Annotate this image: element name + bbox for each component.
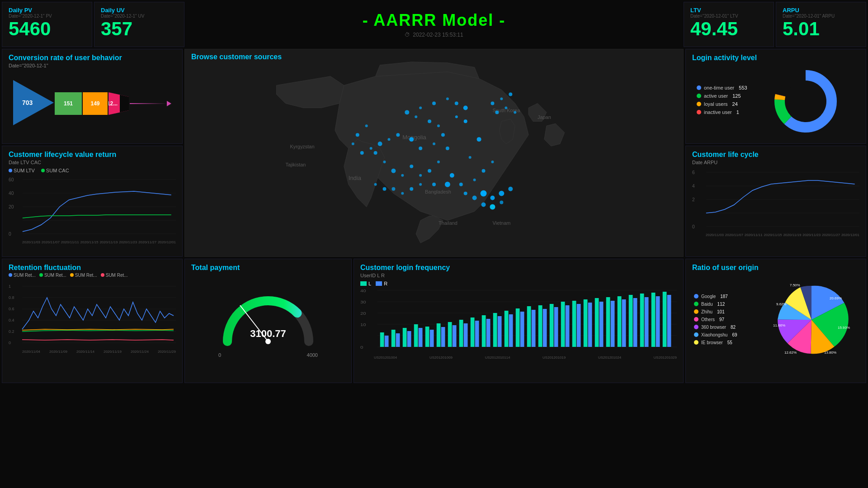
svg-point-33 <box>432 183 436 186</box>
lifecycle-x-labels: 2020/11/03 2020/11/07 2020/11/11 2020/11… <box>22 240 176 244</box>
svg-point-40 <box>387 138 390 141</box>
arpu-value: 5.01 <box>783 19 859 39</box>
zhihu-legend: Zhihu 101 <box>694 309 766 314</box>
svg-rect-160 <box>595 298 599 347</box>
svg-point-47 <box>428 119 431 123</box>
svg-point-28 <box>459 183 463 186</box>
main-title: - AARRR Model - <box>363 11 506 30</box>
svg-rect-168 <box>640 294 644 347</box>
donut-chart <box>756 67 855 135</box>
svg-point-72 <box>410 187 413 191</box>
lifecycle-title: Customer lifecycle value return <box>9 151 176 159</box>
svg-rect-152 <box>550 304 554 347</box>
bar-chart-x-labels: US201201004 US201201009 US2012010114 US2… <box>374 355 677 360</box>
svg-text:Mongolia: Mongolia <box>402 134 426 141</box>
lifecycle-chart-svg: 6 4 2 0 <box>692 168 859 231</box>
svg-rect-145 <box>509 314 513 347</box>
ret-legend-4: SUM Ret... <box>101 273 128 278</box>
datetime: ⏱ 2022-02-23 15:53:11 <box>405 32 463 38</box>
login-legend: one-time user 553 active user 125 loyal … <box>697 85 747 118</box>
svg-text:Tajikistan: Tajikistan <box>285 162 306 167</box>
svg-point-56 <box>490 196 495 200</box>
svg-text:10: 10 <box>360 322 366 327</box>
svg-rect-133 <box>441 327 445 347</box>
map-card: Browse customer sources Mongolia <box>184 49 684 257</box>
svg-rect-163 <box>611 301 615 347</box>
svg-text:0: 0 <box>692 224 695 229</box>
lifecycle-svg: 60 40 20 0 <box>9 175 176 238</box>
svg-point-80 <box>495 110 499 114</box>
customer-lifecycle-title: Customer life cycle <box>692 151 859 159</box>
svg-point-22 <box>477 137 481 142</box>
svg-point-54 <box>463 105 468 110</box>
svg-text:Vietnam: Vietnam <box>492 220 510 226</box>
svg-rect-143 <box>498 316 502 347</box>
svg-text:13.80%: 13.80% <box>824 351 836 355</box>
svg-rect-128 <box>414 324 418 347</box>
bar-chart-svg: 40 30 20 10 0 <box>360 288 677 354</box>
svg-rect-132 <box>437 323 441 347</box>
login-activity-card: Login activity level one-time user 553 a… <box>685 49 866 144</box>
donut-container: one-time user 553 active user 125 loyal … <box>692 63 859 140</box>
svg-text:0.4: 0.4 <box>9 318 14 322</box>
svg-rect-147 <box>520 312 524 347</box>
svg-text:6: 6 <box>692 170 695 175</box>
svg-point-59 <box>464 192 467 195</box>
retention-chart: 1 0.8 0.6 0.4 0.2 0 2020/11/04 <box>9 280 176 361</box>
svg-text:Thailand: Thailand <box>439 220 458 226</box>
svg-rect-136 <box>459 320 463 347</box>
daily-pv-label: Daily PV <box>9 7 85 14</box>
svg-point-63 <box>481 203 486 207</box>
svg-point-30 <box>482 169 486 173</box>
baidu-legend: Baidu 112 <box>694 302 766 307</box>
funnel-block-orange: 149 <box>83 92 108 115</box>
svg-rect-144 <box>505 311 509 347</box>
svg-rect-125 <box>396 333 400 347</box>
ltv-legend-item: SUM LTV <box>9 168 35 173</box>
svg-rect-141 <box>486 319 491 347</box>
svg-text:20: 20 <box>9 204 14 209</box>
svg-text:30: 30 <box>360 300 366 304</box>
R-legend-block <box>376 281 382 286</box>
ret-legend-1: SUM Ret... <box>9 273 36 278</box>
svg-point-23 <box>469 156 472 159</box>
svg-point-74 <box>382 187 386 191</box>
active-dot <box>697 94 701 98</box>
funnel-triangle-svg: 703 <box>13 80 54 125</box>
others-legend: Others 97 <box>694 317 766 322</box>
svg-point-68 <box>370 147 373 150</box>
svg-point-81 <box>514 111 516 114</box>
retention-x-labels: 2020/11/04 2020/11/09 2020/11/14 2020/11… <box>22 350 176 354</box>
svg-text:0: 0 <box>9 341 11 345</box>
svg-point-73 <box>419 183 422 186</box>
google-legend: Google 187 <box>694 294 766 299</box>
svg-text:60: 60 <box>9 177 14 182</box>
svg-rect-122 <box>380 332 384 347</box>
clock-icon: ⏱ <box>405 32 410 38</box>
svg-point-58 <box>472 196 477 200</box>
svg-rect-140 <box>482 315 486 347</box>
svg-rect-123 <box>385 336 389 347</box>
svg-point-75 <box>374 183 377 186</box>
legend-active: active user 125 <box>697 93 747 99</box>
arpu-card: ARPU Date="2020-12-01" ARPU 5.01 <box>776 2 866 47</box>
funnel-container: 703 151 149 12... <box>9 71 176 136</box>
svg-point-48 <box>415 115 417 118</box>
svg-text:20: 20 <box>360 311 366 316</box>
login-freq-legend: L <box>360 281 371 286</box>
svg-text:0.8: 0.8 <box>9 295 14 300</box>
svg-rect-129 <box>419 328 423 347</box>
svg-point-60 <box>508 187 513 191</box>
svg-text:40: 40 <box>9 191 14 196</box>
svg-point-67 <box>360 151 364 155</box>
customer-lifecycle-card: Customer life cycle Date ARPU 6 4 2 0 <box>685 146 866 257</box>
svg-point-61 <box>500 201 503 204</box>
svg-point-41 <box>396 133 400 137</box>
payment-card: Total payment <box>184 259 352 383</box>
svg-point-49 <box>405 110 409 114</box>
ltv-value: 49.45 <box>690 19 767 39</box>
svg-text:15.93%: 15.93% <box>838 326 850 330</box>
svg-text:2: 2 <box>692 197 695 202</box>
svg-text:20.69%: 20.69% <box>830 296 842 300</box>
svg-text:7.50%: 7.50% <box>790 283 800 287</box>
